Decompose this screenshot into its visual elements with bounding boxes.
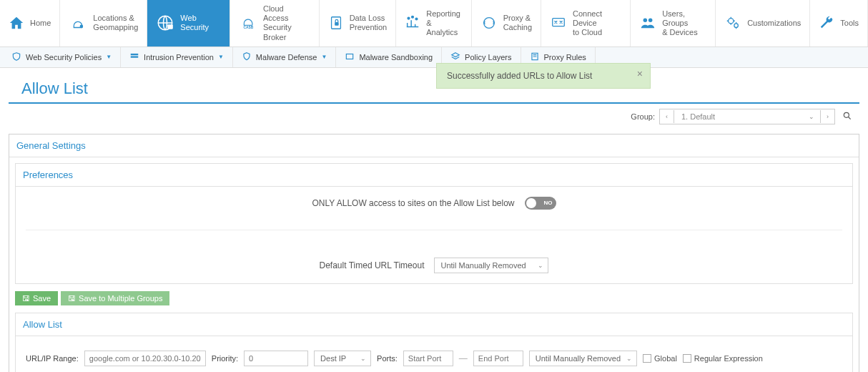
globe-arrows-icon [480,15,498,31]
svg-point-11 [643,19,648,22]
firewall-icon [129,52,139,63]
subnav-sandbox[interactable]: Malware Sandboxing [336,47,442,67]
sub-nav: Web Security Policies ▼ Intrusion Preven… [0,47,868,68]
svg-rect-17 [347,54,353,59]
svg-rect-15 [131,54,139,55]
svg-point-19 [844,112,849,117]
chevron-down-icon: ▼ [218,54,224,60]
svg-text:CASB: CASB [243,26,253,30]
cb-label: Global [654,354,677,363]
url-range-label: URL/IP Range: [26,354,79,363]
chevron-down-icon: ⌄ [626,355,632,362]
subnav-label: Web Security Policies [26,53,102,62]
select-value: Dest IP [320,354,346,363]
nav-label: Users, Groups & Devices [662,9,706,38]
toggle-state: NO [544,200,553,206]
timeout-select[interactable]: Until Manually Removed ⌄ [529,351,637,366]
users-icon [639,15,656,31]
chevron-down-icon: ⌄ [360,355,366,362]
end-port-input[interactable] [473,351,523,366]
group-dropdown-btn[interactable]: ⌄ [803,110,821,123]
default-timeout-label: Default Timed URL Timeout [320,260,425,270]
subnav-policies[interactable]: Web Security Policies ▼ [3,47,121,67]
svg-point-14 [734,24,739,27]
svg-point-9 [483,18,494,29]
cloud-pin-icon [69,15,87,31]
group-next-btn[interactable]: › [821,110,834,123]
shield-icon [11,52,21,63]
nav-web-security[interactable]: Web Security [147,0,230,46]
btn-label: Save to Multiple Groups [79,294,162,303]
global-checkbox[interactable]: Global [643,354,677,363]
only-allow-toggle[interactable]: NO [525,197,556,210]
wrench-icon [819,15,834,31]
dest-select[interactable]: Dest IP ⌄ [314,351,371,366]
nav-dlp[interactable]: Data Loss Prevention [320,0,397,46]
nav-label: Reporting & Analytics [426,9,462,38]
chevron-down-icon: ⌄ [538,262,543,269]
btn-label: Save [33,294,51,303]
nav-reporting[interactable]: Reporting & Analytics [396,0,471,46]
subnav-ips[interactable]: Intrusion Prevention ▼ [121,47,233,67]
group-value[interactable]: 1. Default [674,109,803,124]
svg-rect-10 [553,19,565,26]
box-icon [345,52,355,63]
subnav-malware[interactable]: Malware Defense ▼ [233,47,337,67]
priority-label: Priority: [212,354,238,363]
nav-label: Proxy & Caching [503,14,532,32]
subnav-label: Malware Defense [256,53,317,62]
close-icon[interactable]: × [637,68,643,79]
save-icon: 🖫 [68,294,76,303]
allow-list-title: Allow List [16,313,852,336]
search-icon[interactable] [839,108,855,125]
analytics-icon [405,15,420,31]
top-nav: Home Locations & Geomapping Web Security… [0,0,868,47]
chevron-down-icon: ▼ [106,54,112,60]
regex-checkbox[interactable]: Regular Expression [683,354,763,363]
nav-label: Customizations [747,19,801,28]
casb-icon: CASB [239,15,257,31]
svg-point-6 [408,18,410,20]
nav-label: Locations & Geomapping [93,14,138,32]
cb-label: Regular Expression [694,354,763,363]
svg-rect-2 [168,25,174,29]
svg-point-7 [412,16,414,19]
priority-input[interactable] [244,351,308,366]
nav-connect-device[interactable]: Connect Device to Cloud [541,0,631,46]
save-multiple-button[interactable]: 🖫 Save to Multiple Groups [61,291,169,305]
group-prev-btn[interactable]: ‹ [660,110,674,123]
url-range-input[interactable] [84,351,206,366]
general-settings-section: General Settings Preferences ONLY ALLOW … [9,134,859,372]
save-button[interactable]: 🖫 Save [15,291,58,305]
group-selector-row: Group: ‹ 1. Default ⌄ › [0,104,868,129]
nav-label: Tools [840,19,859,28]
nav-label: Data Loss Prevention [350,14,388,32]
nav-proxy[interactable]: Proxy & Caching [472,0,541,46]
nav-label: Cloud Access Security Broker [263,4,310,42]
default-timeout-select[interactable]: Until Manually Removed ⌄ [434,258,548,273]
subnav-label: Intrusion Prevention [144,53,214,62]
home-icon [9,15,24,31]
save-icon: 🖫 [22,294,30,303]
svg-point-8 [415,19,418,21]
nav-locations[interactable]: Locations & Geomapping [60,0,147,46]
gears-icon [724,15,741,31]
nav-customizations[interactable]: Customizations [716,0,810,46]
select-value: Until Manually Removed [440,261,526,270]
nav-tools[interactable]: Tools [810,0,868,46]
nav-label: Home [30,19,51,28]
bug-shield-icon [242,52,252,63]
device-cloud-icon [550,15,567,31]
start-port-input[interactable] [403,351,453,366]
nav-casb[interactable]: CASB Cloud Access Security Broker [230,0,320,46]
nav-home[interactable]: Home [0,0,60,46]
nav-users[interactable]: Users, Groups & Devices [631,0,716,46]
general-settings-title: General Settings [9,134,859,157]
dash: — [459,353,468,363]
globe-lock-icon [156,14,174,32]
svg-point-12 [648,19,653,22]
group-select: ‹ 1. Default ⌄ › [659,109,835,124]
allow-list-panel: Allow List URL/IP Range: Priority: Dest … [15,313,853,372]
subnav-label: Proxy Rules [544,53,586,62]
success-notification: Successfully added URLs to Allow List × [436,63,651,89]
